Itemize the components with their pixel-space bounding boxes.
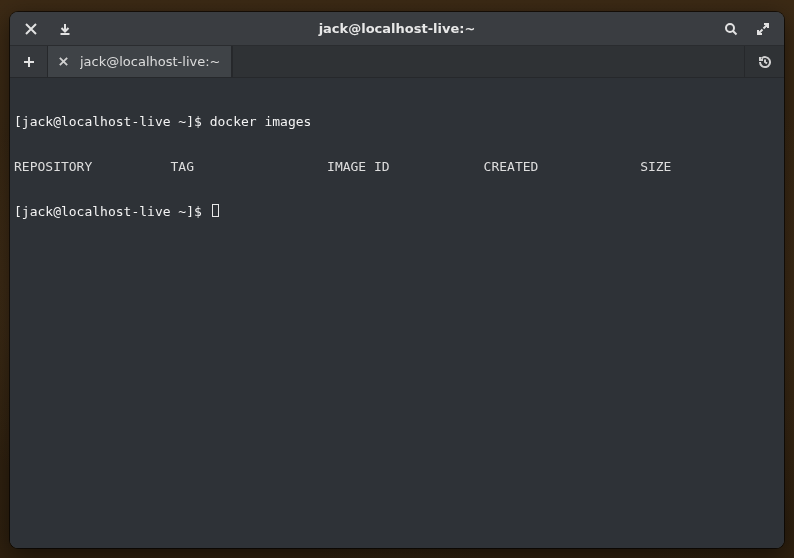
download-icon xyxy=(58,22,72,36)
expand-icon xyxy=(756,22,770,36)
tab-bar: jack@localhost-live:~ xyxy=(10,46,784,78)
history-button[interactable] xyxy=(744,46,784,77)
close-icon xyxy=(58,56,69,67)
terminal-viewport[interactable]: [jack@localhost-live ~]$ docker images R… xyxy=(10,78,784,548)
fullscreen-button[interactable] xyxy=(748,16,778,42)
terminal-window: jack@localhost-live:~ jack@localhost-liv… xyxy=(10,12,784,548)
search-button[interactable] xyxy=(716,16,746,42)
tab-active[interactable]: jack@localhost-live:~ xyxy=(48,46,232,77)
tab-close-button[interactable] xyxy=(52,51,74,73)
tab-bar-blank xyxy=(232,46,745,77)
new-tab-button[interactable] xyxy=(10,46,48,77)
command-text: docker images xyxy=(210,114,312,129)
terminal-output-header: REPOSITORY TAG IMAGE ID CREATED SIZE xyxy=(14,159,780,174)
terminal-line-command: [jack@localhost-live ~]$ docker images xyxy=(14,114,780,129)
window-title: jack@localhost-live:~ xyxy=(10,21,784,36)
terminal-line-prompt: [jack@localhost-live ~]$ xyxy=(14,204,780,219)
close-window-button[interactable] xyxy=(16,16,46,42)
svg-point-0 xyxy=(726,24,734,32)
tab-title: jack@localhost-live:~ xyxy=(80,54,221,69)
cursor xyxy=(212,204,219,217)
download-button[interactable] xyxy=(50,16,80,42)
search-icon xyxy=(724,22,738,36)
titlebar: jack@localhost-live:~ xyxy=(10,12,784,46)
plus-icon xyxy=(22,55,36,69)
history-icon xyxy=(757,54,773,70)
prompt: [jack@localhost-live ~]$ xyxy=(14,114,210,129)
close-icon xyxy=(24,22,38,36)
prompt: [jack@localhost-live ~]$ xyxy=(14,204,210,219)
